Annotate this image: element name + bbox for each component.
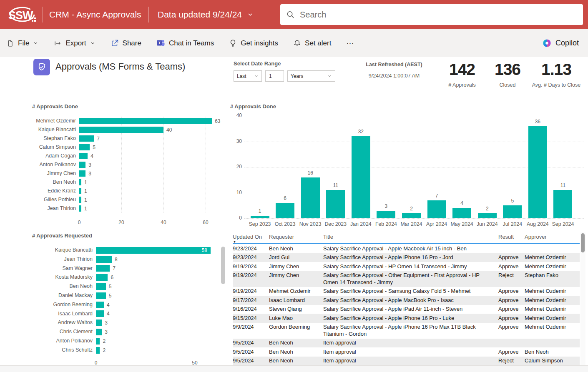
chart-scrollbar-thumb[interactable] xyxy=(221,247,225,284)
kpi-closed[interactable]: 136 Closed xyxy=(487,60,528,88)
kpi-approvals[interactable]: 142 # Approvals xyxy=(439,60,485,88)
chat-in-teams-button[interactable]: T Chat in Teams xyxy=(156,39,214,47)
table-row[interactable]: 9/15/2024Luke MaoSalary Sacrifice Approv… xyxy=(233,314,580,323)
bar-row: Kaique Biancatti40 xyxy=(25,125,224,134)
table-row[interactable]: 9/9/2024Gordon BeemingSalary Sacrifice A… xyxy=(233,323,580,339)
data-bar[interactable] xyxy=(528,126,547,218)
data-bar[interactable] xyxy=(96,329,102,335)
column-header-approver[interactable]: Approver xyxy=(525,234,579,240)
data-bar[interactable] xyxy=(96,283,106,290)
column-header-result[interactable]: Result xyxy=(498,234,525,240)
table-row[interactable]: 9/19/2024Mehmet OzdemirSalary Sacrifice … xyxy=(233,287,580,296)
data-bar[interactable] xyxy=(326,190,345,218)
file-menu-button[interactable]: File xyxy=(7,39,38,47)
bar-row: Andrew Waltos3 xyxy=(25,318,224,327)
date-range-unit-select[interactable]: Years xyxy=(287,70,335,82)
table-cell: Salary Sacrifice Approval - Apple Macboo… xyxy=(323,244,498,253)
column-header-title[interactable]: Title xyxy=(323,234,498,240)
date-range-label: Select Date Range xyxy=(234,60,281,67)
data-bar[interactable] xyxy=(251,216,269,218)
data-bar[interactable] xyxy=(503,205,522,218)
data-bar[interactable] xyxy=(553,190,572,218)
data-label: 4 xyxy=(107,302,110,308)
data-bar[interactable] xyxy=(96,347,100,354)
data-updated-dropdown[interactable]: Data updated 9/24/24 xyxy=(158,0,254,29)
data-bar[interactable] xyxy=(478,213,497,218)
table-row[interactable]: 9/19/2024Jimmy ChenSalary Sacrifice Appr… xyxy=(233,271,580,287)
copilot-button[interactable]: Copilot xyxy=(542,38,579,48)
table-row[interactable]: 9/5/2024Ben NeohItem approvalRejectCalum… xyxy=(233,357,580,366)
topbar-divider xyxy=(43,7,43,22)
data-bar[interactable] xyxy=(402,213,421,218)
kpi-avg-days-to-close[interactable]: 1.13 Avg. # Days to Close xyxy=(527,60,585,88)
data-label: 4 xyxy=(90,153,93,159)
ssw-logo-text: SSW xyxy=(8,9,33,22)
search-box[interactable] xyxy=(280,4,583,25)
data-bar[interactable] xyxy=(79,170,85,177)
table-row[interactable]: 9/17/2024Isaac LombardSalary Sacrifice A… xyxy=(233,296,580,305)
search-input[interactable] xyxy=(300,10,577,20)
table-row[interactable]: 9/5/2024Ben NeohItem approval xyxy=(233,339,580,348)
table-cell: 9/5/2024 xyxy=(233,339,269,348)
data-bar[interactable] xyxy=(377,211,395,218)
table-cell: Ben Neoh xyxy=(269,347,323,357)
data-bar[interactable] xyxy=(79,197,81,203)
category-label: Kaique Biancatti xyxy=(25,127,76,132)
share-button[interactable]: Share xyxy=(111,39,141,47)
column-header-requester[interactable]: Requester xyxy=(269,234,323,240)
data-bar[interactable] xyxy=(96,302,104,308)
table-cell: 9/19/2024 xyxy=(233,262,269,271)
data-bar[interactable] xyxy=(96,320,102,326)
data-bar[interactable] xyxy=(96,247,211,254)
data-bar[interactable] xyxy=(276,203,294,218)
table-row[interactable]: 9/5/2024Ben NeohItem approvalApproveBen … xyxy=(233,347,580,357)
data-bar[interactable] xyxy=(79,162,85,168)
last-refreshed-label: Last Refreshed (AEST) xyxy=(352,62,436,67)
horizontal-scrollbar[interactable] xyxy=(0,365,588,372)
table-row[interactable]: 9/16/2024Steven QiangSalary Sacrifice Ap… xyxy=(233,305,580,314)
data-bar[interactable] xyxy=(79,144,90,150)
data-bar[interactable] xyxy=(452,208,471,218)
data-bar[interactable] xyxy=(96,256,112,263)
data-bar[interactable] xyxy=(79,118,212,124)
data-bar[interactable] xyxy=(79,153,88,159)
data-bar[interactable] xyxy=(79,205,81,212)
date-range-controls: Last Years xyxy=(234,70,335,82)
data-bar[interactable] xyxy=(96,265,110,272)
get-insights-button[interactable]: Get insights xyxy=(229,39,278,47)
data-bar[interactable] xyxy=(301,177,320,218)
data-label: 36 xyxy=(525,119,550,125)
table-scrollbar-thumb[interactable] xyxy=(581,233,585,252)
date-range-period-select[interactable]: Last xyxy=(234,70,262,82)
approvals-table: Updated On▼RequesterTitleResultApprover9… xyxy=(230,232,580,365)
data-bar[interactable] xyxy=(79,127,163,133)
table-cell: 9/19/2024 xyxy=(233,287,269,296)
set-alert-button[interactable]: Set alert xyxy=(293,39,331,47)
export-menu-button[interactable]: Export xyxy=(53,39,95,47)
data-label: 1 xyxy=(84,188,87,194)
table-cell: Gordon Beeming xyxy=(269,323,323,339)
more-options-button[interactable]: ⋯ xyxy=(346,38,355,48)
data-bar[interactable] xyxy=(79,135,94,142)
table-row[interactable]: 9/23/2024Ben NeohSalary Sacrifice Approv… xyxy=(233,244,580,253)
table-cell: Jord Gui xyxy=(269,253,323,262)
data-label: 32 xyxy=(348,129,373,135)
bar-row: Anton Polkanov3 xyxy=(25,160,224,169)
data-bar[interactable] xyxy=(96,338,100,345)
data-bar[interactable] xyxy=(96,310,104,317)
column-header-updated-on[interactable]: Updated On▼ xyxy=(233,234,269,240)
data-bar[interactable] xyxy=(79,188,81,194)
x-axis-tick-label: 60 xyxy=(197,220,214,225)
data-bar[interactable] xyxy=(96,274,108,281)
table-row[interactable]: 9/23/2024Jord GuiSalary Sacrifice Approv… xyxy=(233,253,580,262)
data-bar[interactable] xyxy=(79,179,81,185)
date-range-number-input[interactable] xyxy=(265,70,284,82)
y-axis-tick-label: 30 xyxy=(230,138,242,144)
data-bar[interactable] xyxy=(352,136,370,218)
data-bar[interactable] xyxy=(427,200,446,218)
data-label: 11 xyxy=(550,182,575,188)
table-row[interactable]: 9/19/2024Jimmy ChenSalary Sacrifice Appr… xyxy=(233,262,580,271)
ssw-logo[interactable]: SSW xyxy=(5,4,38,25)
data-bar[interactable] xyxy=(96,292,106,299)
table-cell xyxy=(525,244,579,253)
